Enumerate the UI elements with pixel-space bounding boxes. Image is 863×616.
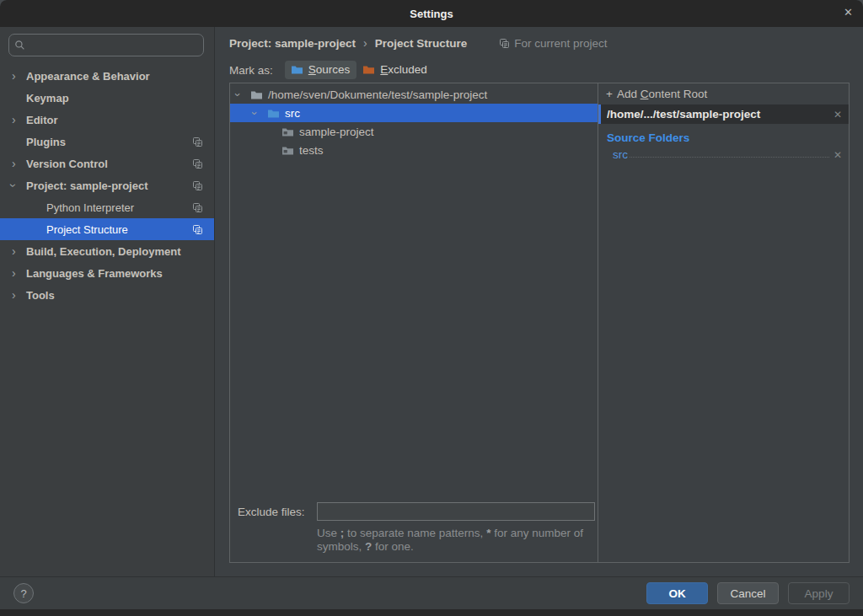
per-project-settings-icon [192,158,203,169]
settings-content: Project: sample-project › Project Struct… [215,27,863,576]
chevron-right-icon [12,113,26,126]
tree-row-content-root[interactable]: /home/sven/Dokumente/test/sample-project [230,85,598,104]
sources-folder-icon [291,64,303,75]
content-root-item[interactable]: /home/.../test/sample-project ✕ [598,104,849,124]
cancel-button[interactable]: Cancel [717,582,779,604]
source-folder-icon [267,108,280,119]
per-project-settings-icon [192,137,203,147]
sidebar-item-project-structure[interactable]: Project Structure [0,218,214,240]
tree-row-src[interactable]: src [230,104,598,122]
chevron-down-icon [253,107,267,120]
chevron-right-icon [12,69,26,83]
exclude-files-label: Exclude files: [238,506,317,518]
per-project-settings-icon [499,38,510,49]
dialog-title: Settings [410,8,453,20]
breadcrumb-page: Project Structure [375,37,468,50]
tree-row-tests[interactable]: tests [230,141,598,159]
source-folder-item[interactable]: src ✕ [598,144,849,161]
settings-dialog: Settings ✕ Appearance & Behavior Keymap [0,0,863,616]
add-content-root-button[interactable]: + Add Content Root [598,83,849,104]
sidebar-item-appearance-behavior[interactable]: Appearance & Behavior [0,65,214,87]
source-folders-title: Source Folders [598,124,849,144]
chevron-right-icon [12,157,26,170]
breadcrumb: Project: sample-project › Project Struct… [215,27,863,50]
mark-as-sources-button[interactable]: Sources [285,61,357,79]
breadcrumb-project: Project: sample-project [229,37,356,50]
folder-icon [281,145,294,156]
close-icon[interactable]: ✕ [844,6,853,19]
settings-sidebar: Appearance & Behavior Keymap Editor Plug… [0,27,215,576]
directory-tree: /home/sven/Dokumente/test/sample-project… [230,83,598,159]
scope-label: For current project [514,37,607,50]
scope-indicator: For current project [499,37,607,50]
chevron-down-icon [12,179,26,192]
mark-as-excluded-button[interactable]: Excluded [356,61,434,79]
question-mark-icon: ? [20,587,26,600]
settings-search-box[interactable] [8,34,204,56]
exclude-files-section: Exclude files: Use ; to separate name pa… [230,502,598,562]
content-root-path: /home/.../test/sample-project [607,108,834,121]
sidebar-item-version-control[interactable]: Version Control [0,153,214,174]
mark-as-toolbar: Mark as: Sources Excluded [229,59,863,81]
sidebar-item-python-interpreter[interactable]: Python Interpreter [0,196,214,218]
per-project-settings-icon [192,202,203,213]
dotted-leader [630,157,829,158]
title-bar: Settings ✕ [0,0,863,27]
sidebar-item-tools[interactable]: Tools [0,284,214,306]
content-roots-panel: + Add Content Root /home/.../test/sample… [598,83,849,562]
sidebar-item-keymap[interactable]: Keymap [0,87,214,109]
chevron-right-icon [12,244,26,258]
excluded-folder-icon [362,64,375,75]
folder-icon [281,126,294,137]
sidebar-item-plugins[interactable]: Plugins [0,131,214,153]
chevron-down-icon [236,88,250,101]
chevron-right-icon [12,288,26,302]
window-bottom-edge [0,609,863,616]
structure-panels: /home/sven/Dokumente/test/sample-project… [229,83,850,563]
plus-icon: + [606,88,613,100]
sidebar-item-build-execution-deployment[interactable]: Build, Execution, Deployment [0,240,214,262]
folder-icon [250,89,263,100]
mark-as-label: Mark as: [229,64,273,77]
search-icon [14,40,25,51]
help-button[interactable]: ? [13,583,34,603]
sidebar-item-languages-frameworks[interactable]: Languages & Frameworks [0,262,214,284]
search-input[interactable] [29,39,198,51]
per-project-settings-icon [192,224,203,235]
exclude-files-input[interactable] [317,502,595,521]
remove-content-root-icon[interactable]: ✕ [834,109,842,121]
ok-button[interactable]: OK [646,582,708,604]
breadcrumb-separator-icon: › [363,36,367,50]
apply-button[interactable]: Apply [788,582,850,604]
chevron-right-icon [12,266,26,280]
per-project-settings-icon [192,180,203,191]
tree-row-sample-project[interactable]: sample-project [230,122,598,141]
exclude-files-help: Use ; to separate name patterns, * for a… [317,527,608,554]
sidebar-item-project-sample-project[interactable]: Project: sample-project [0,174,214,196]
source-folder-name: src [613,148,628,161]
remove-source-folder-icon[interactable]: ✕ [834,149,842,161]
sidebar-item-editor[interactable]: Editor [0,109,214,131]
directory-tree-panel: /home/sven/Dokumente/test/sample-project… [230,83,598,562]
dialog-footer: ? OK Cancel Apply [0,576,863,609]
